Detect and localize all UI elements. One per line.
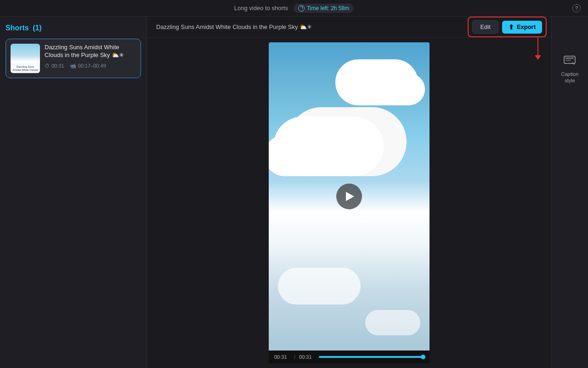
svg-rect-1	[565, 58, 574, 59]
right-panel: Captionstyle	[551, 17, 588, 368]
svg-rect-2	[565, 60, 571, 61]
video-frame[interactable]	[269, 42, 430, 351]
progress-bar-container: 00:31 / 00:31	[269, 351, 430, 363]
video-info: Dazzling Suns Amidst White Clouds in the…	[45, 44, 136, 73]
play-icon	[346, 192, 354, 201]
cloud-4	[365, 310, 420, 335]
video-meta: ⏱ 00:31 📹 00:17–00:49	[45, 63, 136, 69]
main-content: Shorts (1) Dazzling Suns Amidst White Cl…	[0, 17, 588, 368]
center-area: Dazzling Suns Amidst White Clouds in the…	[147, 17, 551, 368]
cloud-2	[356, 73, 425, 105]
clock-small-icon: ⏱	[45, 63, 50, 69]
thumb-label: Dazzling Suns Amidst White Clouds	[11, 65, 39, 72]
caption-style-label: Captionstyle	[561, 71, 579, 84]
progress-dot	[421, 355, 425, 359]
clock-icon	[298, 5, 305, 12]
time-badge: Time left: 2h 58m	[294, 4, 354, 13]
top-bar-center: Long video to shorts Time left: 2h 58m	[234, 4, 354, 13]
header-actions-wrapper: Edit ⬆ Export	[472, 20, 542, 34]
top-bar: Long video to shorts Time left: 2h 58m ?	[0, 0, 588, 17]
header-actions: Edit ⬆ Export	[472, 20, 542, 34]
time-separator: /	[294, 354, 295, 360]
progress-fill	[319, 356, 424, 358]
play-button[interactable]	[336, 184, 362, 209]
cloud-1	[269, 135, 356, 176]
meta-duration: ⏱ 00:31	[45, 63, 64, 69]
caption-style-icon	[561, 52, 578, 68]
video-card[interactable]: Dazzling Suns Amidst White Clouds Dazzli…	[6, 39, 141, 78]
progress-time-row: 00:31 / 00:31	[274, 354, 424, 360]
caption-style-button[interactable]: Captionstyle	[561, 52, 579, 84]
time-left-label: Time left: 2h 58m	[307, 5, 349, 12]
center-header: Dazzling Suns Amidst White Clouds in the…	[147, 17, 551, 38]
time-total: 00:31	[299, 354, 315, 360]
app-title: Long video to shorts	[234, 5, 288, 12]
player-wrapper: 00:31 / 00:31	[269, 42, 430, 363]
time-current: 00:31	[274, 354, 290, 360]
sidebar: Shorts (1) Dazzling Suns Amidst White Cl…	[0, 17, 147, 368]
export-button[interactable]: ⬆ Export	[502, 21, 542, 34]
sidebar-title: Shorts (1)	[6, 24, 42, 32]
sidebar-count: (1)	[33, 24, 42, 32]
video-thumbnail: Dazzling Suns Amidst White Clouds	[11, 44, 40, 73]
player-area: 00:31 / 00:31	[147, 38, 551, 368]
video-title-header: Dazzling Suns Amidst White Clouds in the…	[156, 23, 312, 30]
help-button[interactable]: ?	[572, 4, 581, 12]
video-card-title: Dazzling Suns Amidst White Clouds in the…	[45, 44, 136, 59]
sidebar-header: Shorts (1)	[6, 24, 141, 32]
edit-button[interactable]: Edit	[472, 20, 498, 34]
meta-segment: 📹 00:17–00:49	[70, 63, 106, 69]
export-icon: ⬆	[509, 23, 514, 31]
thumb-sky: Dazzling Suns Amidst White Clouds	[11, 44, 40, 73]
film-icon: 📹	[70, 63, 76, 69]
cloud-3	[278, 268, 361, 305]
progress-track[interactable]	[319, 356, 424, 358]
